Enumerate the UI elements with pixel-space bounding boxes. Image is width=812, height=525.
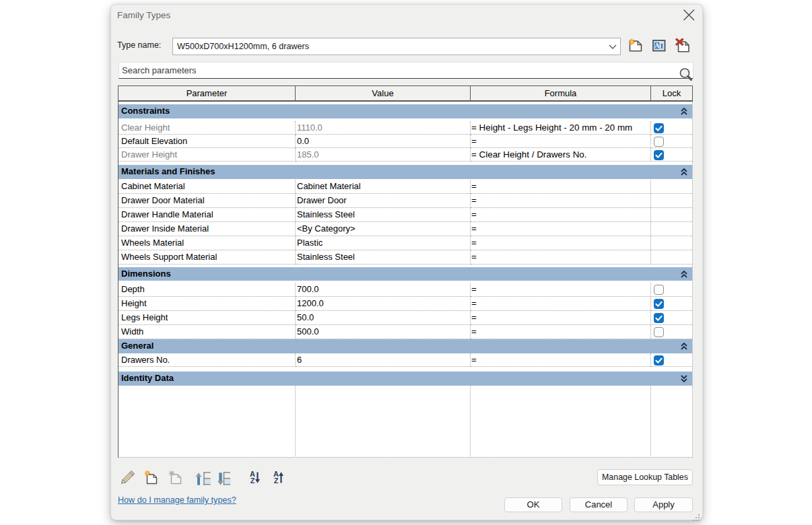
svg-text:I: I bbox=[661, 42, 663, 50]
svg-text:Z: Z bbox=[250, 477, 255, 485]
svg-text:Z: Z bbox=[274, 477, 279, 485]
svg-text:A: A bbox=[654, 42, 660, 49]
